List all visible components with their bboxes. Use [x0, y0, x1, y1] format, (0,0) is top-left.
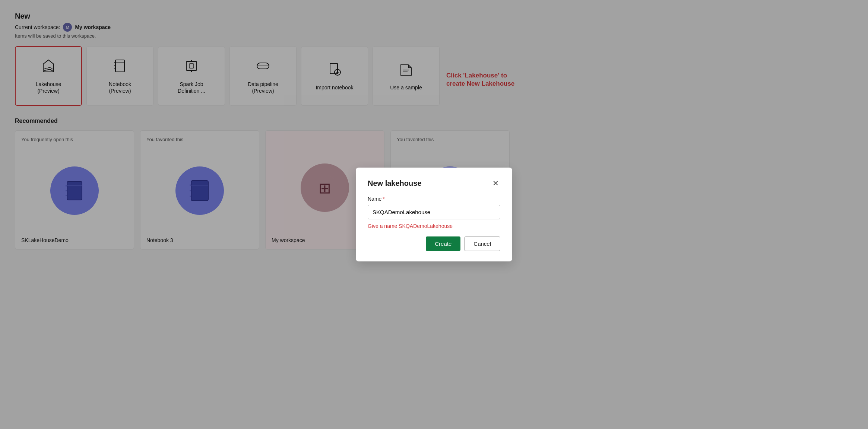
modal-name-label: Name*: [368, 196, 500, 202]
new-lakehouse-modal: New lakehouse ✕ Name* Give a name SKQADe…: [356, 168, 512, 261]
modal-title: New lakehouse: [368, 179, 422, 188]
modal-actions: Create Cancel: [368, 236, 500, 251]
modal-close-button[interactable]: ✕: [491, 178, 500, 188]
lakehouse-name-input[interactable]: [368, 205, 500, 219]
required-star: *: [383, 196, 384, 202]
modal-hint: Give a name SKQADemoLakehouse: [368, 223, 500, 229]
create-button[interactable]: Create: [426, 236, 460, 251]
modal-overlay: New lakehouse ✕ Name* Give a name SKQADe…: [0, 0, 868, 429]
modal-header: New lakehouse ✕: [368, 178, 500, 188]
cancel-button[interactable]: Cancel: [464, 236, 500, 251]
